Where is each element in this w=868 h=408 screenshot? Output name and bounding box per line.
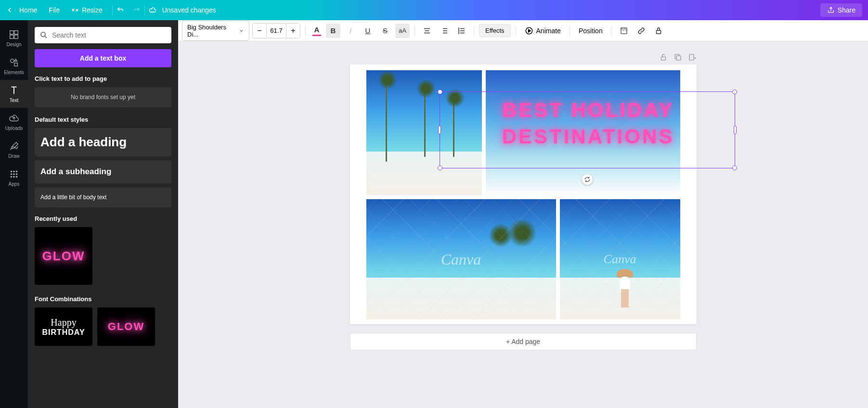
- canvas-page[interactable]: Canva Canva BEST HOLIDAY DESTINATIONS: [350, 64, 697, 324]
- font-size-input[interactable]: [266, 24, 286, 38]
- share-icon: [827, 6, 835, 14]
- transparency-icon: [620, 26, 628, 35]
- rail-elements[interactable]: Elements: [0, 52, 28, 80]
- lock-page-icon[interactable]: [659, 53, 668, 62]
- top-menubar: Home File Resize Unsaved changes Share: [0, 0, 868, 20]
- rail-design[interactable]: Design: [0, 24, 28, 52]
- chevron-down-icon: [239, 28, 244, 34]
- duplicate-page-icon[interactable]: [674, 53, 682, 62]
- text-icon: [9, 85, 19, 96]
- panel-collapse-handle[interactable]: [177, 203, 178, 222]
- italic-button[interactable]: I: [343, 24, 358, 38]
- text-case-button[interactable]: aA: [395, 24, 410, 38]
- apps-icon: [9, 169, 19, 179]
- animate-button[interactable]: Animate: [521, 24, 565, 38]
- file-menu[interactable]: File: [43, 3, 65, 17]
- text-color-a: A: [314, 26, 320, 34]
- svg-point-14: [16, 176, 18, 178]
- text-color-button[interactable]: A: [311, 25, 323, 37]
- font-combinations-label: Font Combinations: [35, 295, 171, 303]
- resize-menu[interactable]: Resize: [65, 3, 108, 17]
- position-button[interactable]: Position: [575, 25, 607, 37]
- resize-handle-tr[interactable]: [732, 89, 737, 94]
- svg-point-8: [16, 170, 18, 172]
- redo-icon[interactable]: [133, 6, 141, 14]
- font-size-decrease[interactable]: −: [253, 24, 266, 38]
- font-size-increase[interactable]: +: [286, 24, 300, 38]
- svg-rect-0: [10, 30, 13, 34]
- add-subheading-button[interactable]: Add a subheading: [35, 160, 171, 183]
- search-box[interactable]: [35, 27, 171, 43]
- rail-text[interactable]: Text: [0, 80, 28, 108]
- add-text-box-button[interactable]: Add a text box: [35, 49, 171, 67]
- rail-apps[interactable]: Apps: [0, 164, 28, 191]
- underline-button[interactable]: U: [361, 24, 375, 38]
- svg-rect-22: [656, 30, 661, 34]
- left-rail: Design Elements Text Uploads Draw Apps: [0, 20, 28, 408]
- link-icon: [637, 26, 646, 35]
- combo-happy-birthday[interactable]: Happy BIRTHDAY: [35, 307, 92, 346]
- spacing-button[interactable]: [454, 24, 469, 38]
- canva-watermark: Canva: [441, 251, 481, 268]
- brand-fonts-notice[interactable]: No brand fonts set up yet: [35, 87, 171, 107]
- strikethrough-button[interactable]: S: [378, 24, 392, 38]
- effects-button[interactable]: Effects: [479, 24, 511, 37]
- align-icon: [423, 26, 431, 35]
- recent-glow-thumb[interactable]: GLOW: [35, 227, 92, 285]
- separator: [112, 5, 113, 15]
- font-size-stepper: − +: [252, 23, 300, 38]
- canva-watermark: Canva: [604, 252, 636, 267]
- svg-point-9: [11, 173, 13, 175]
- editor-toolbar: Big Shoulders Di... − + A B I U S aA: [178, 20, 868, 41]
- share-label: Share: [838, 6, 855, 14]
- rail-uploads[interactable]: Uploads: [0, 108, 28, 136]
- add-heading-button[interactable]: Add a heading: [35, 128, 171, 156]
- resize-handle-mr[interactable]: [734, 126, 737, 134]
- list-button[interactable]: [437, 24, 452, 38]
- alignment-button[interactable]: [420, 24, 434, 38]
- add-body-text-button[interactable]: Add a little bit of body text: [35, 187, 171, 207]
- combo-happy-text: Happy: [51, 317, 76, 328]
- search-input[interactable]: [52, 31, 167, 39]
- font-name-label: Big Shoulders Di...: [187, 24, 235, 38]
- undo-icon[interactable]: [117, 6, 124, 14]
- unsaved-changes-label: Unsaved changes: [156, 3, 222, 17]
- new-page-icon[interactable]: [688, 53, 697, 62]
- text-selection-box[interactable]: [440, 91, 735, 168]
- resize-label: Resize: [82, 6, 103, 14]
- svg-rect-24: [676, 56, 681, 60]
- resize-handle-br[interactable]: [732, 166, 737, 170]
- svg-point-15: [41, 32, 45, 37]
- click-text-label: Click text to add to page: [35, 75, 171, 82]
- recently-used-label: Recently used: [35, 215, 171, 222]
- font-selector[interactable]: Big Shoulders Di...: [182, 21, 249, 41]
- resize-handle-ml[interactable]: [438, 126, 441, 134]
- add-page-button[interactable]: + Add page: [350, 333, 697, 350]
- svg-point-4: [11, 59, 14, 62]
- image-slot-bl[interactable]: Canva: [366, 199, 556, 319]
- rail-draw-label: Draw: [8, 153, 19, 159]
- share-button[interactable]: Share: [820, 3, 862, 17]
- side-panel: Add a text box Click text to add to page…: [28, 20, 178, 408]
- rotate-handle[interactable]: [582, 174, 593, 185]
- link-button[interactable]: [634, 24, 648, 38]
- transparency-button[interactable]: [617, 24, 631, 38]
- rail-elements-label: Elements: [4, 70, 24, 75]
- svg-point-12: [11, 176, 13, 178]
- back-icon[interactable]: [6, 6, 13, 14]
- spacing-icon: [457, 26, 466, 35]
- home-menu[interactable]: Home: [13, 3, 43, 17]
- resize-handle-bl[interactable]: [438, 166, 442, 170]
- list-icon: [440, 26, 449, 35]
- image-slot-br[interactable]: Canva: [560, 199, 680, 319]
- bold-button[interactable]: B: [326, 24, 340, 38]
- svg-point-7: [13, 170, 15, 172]
- lock-button[interactable]: [651, 24, 666, 38]
- resize-handle-tl[interactable]: [438, 89, 442, 94]
- svg-rect-3: [14, 35, 18, 38]
- canvas-area[interactable]: Canva Canva BEST HOLIDAY DESTINATIONS: [178, 41, 868, 408]
- rail-draw[interactable]: Draw: [0, 136, 28, 164]
- combo-birthday-text: BIRTHDAY: [42, 328, 85, 337]
- combo-glow[interactable]: GLOW: [97, 307, 155, 346]
- rail-design-label: Design: [6, 42, 21, 47]
